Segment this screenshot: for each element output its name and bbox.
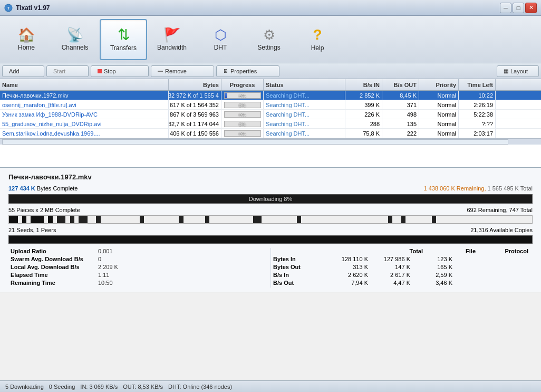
- col-header-status: Status: [264, 79, 345, 90]
- col-header-bsin: B/s IN: [345, 79, 382, 90]
- table-row[interactable]: Узник замка Иф_1988-DVDRip-AVC 1 867 K o…: [0, 110, 541, 119]
- stat-bs-out: B/s Out 7,94 K 4,47 K 3,46 K: [273, 280, 530, 286]
- properties-icon: 🗎: [223, 68, 228, 74]
- stat-remaining-value: 10:50: [98, 280, 113, 286]
- header-empty: [273, 248, 370, 254]
- col-header-progress: Progress: [221, 79, 264, 90]
- minimize-button[interactable]: ─: [500, 3, 511, 13]
- toolbar-channels-label: Channels: [62, 44, 89, 51]
- scroll-track[interactable]: [2, 139, 508, 145]
- table-row[interactable]: Печки-лавочки.1972.mkv 132 972 K of 1 56…: [0, 91, 541, 100]
- stat-local-avg-value: 2 209 K: [98, 264, 118, 270]
- col-header-bsout: B/s OUT: [382, 79, 419, 90]
- cell-bsout: 371: [382, 100, 419, 109]
- cell-status: Searching DHT...: [264, 91, 345, 100]
- progress-text: 0%: [225, 122, 260, 127]
- progress-bar: 0%: [224, 130, 261, 137]
- close-button[interactable]: ✕: [525, 3, 537, 13]
- svg-text:T: T: [7, 6, 10, 11]
- cell-bytes: 8 617 K of 1 564 352: [169, 100, 221, 109]
- col-header-timeleft: Time Left: [459, 79, 496, 90]
- cell-progress: 0%: [221, 100, 264, 109]
- bs-out-total: 7,94 K: [326, 280, 368, 286]
- stop-icon: [98, 69, 102, 73]
- properties-button[interactable]: 🗎 Properties: [216, 65, 279, 77]
- stat-bytes-in: Bytes In 128 110 K 127 986 K 123 K: [273, 256, 530, 262]
- status-seeding: 0 Seeding: [49, 384, 75, 390]
- toolbar-transfers-label: Transfers: [110, 44, 137, 52]
- swarm-bar: [8, 235, 533, 244]
- col-header-priority: Priority: [419, 79, 459, 90]
- stat-local-avg: Local Avg. Download B/s 2 209 K: [11, 264, 268, 270]
- cell-timeleft: 2:03:17: [459, 129, 496, 138]
- horizontal-scrollbar[interactable]: [0, 138, 541, 145]
- home-icon: 🏠: [18, 28, 35, 42]
- cell-bsout: 222: [382, 129, 419, 138]
- cell-bytes: 5 406 K of 1 150 556: [169, 129, 221, 138]
- app-icon: T: [4, 4, 13, 12]
- start-button[interactable]: Start: [46, 65, 89, 77]
- bandwidth-icon: 🚩: [163, 28, 180, 42]
- cell-progress: 0%: [221, 129, 264, 138]
- stat-elapsed-label: Elapsed Time: [11, 272, 95, 278]
- channels-icon: 📡: [66, 28, 83, 42]
- bs-in-file: 2 617 K: [368, 272, 410, 278]
- status-text: Searching DHT...: [266, 111, 310, 118]
- pieces-info-row: 55 Pieces x 2 MB Complete 692 Remaining,…: [8, 207, 533, 213]
- table-row[interactable]: Sem.starikov.i.odna.devushka.1969.... 5 …: [0, 129, 541, 138]
- title-bar-left: T Tixati v1.97: [4, 4, 50, 12]
- toolbar-help[interactable]: ? Help: [294, 19, 341, 60]
- bytes-row: 127 434 K Bytes Complete 1 438 060 K Rem…: [8, 185, 533, 192]
- status-out-rate: OUT: 8,53 KB/s: [123, 384, 163, 390]
- cell-priority: Normal: [419, 129, 459, 138]
- pieces-total: 747 Total: [509, 207, 533, 213]
- pieces-info-left: 55 Pieces x 2 MB Complete: [8, 207, 80, 213]
- cell-bytes: 132 972 K of 1 565 4: [169, 91, 221, 100]
- status-text: Searching DHT...: [266, 92, 310, 99]
- remove-button-label: Remove: [165, 68, 187, 74]
- stat-elapsed-value: 1:11: [98, 272, 109, 278]
- stop-button-label: Stop: [104, 68, 116, 74]
- toolbar-help-label: Help: [311, 44, 324, 52]
- add-button[interactable]: Add: [2, 65, 44, 77]
- cell-progress: 8%: [221, 91, 264, 100]
- stop-button[interactable]: Stop: [91, 65, 149, 77]
- remove-button[interactable]: Remove: [151, 65, 214, 77]
- layout-button[interactable]: ▦ Layout: [497, 65, 539, 77]
- cell-bytes: 1 867 K of 3 569 963: [169, 110, 221, 119]
- col-header-name: Name: [0, 79, 169, 90]
- table-row[interactable]: 55_gradusov_nizhe_nulja_DVDRip.avi 32,7 …: [0, 119, 541, 129]
- cell-bsin: 226 K: [345, 110, 382, 119]
- bytes-complete-value: 127 434 K: [8, 185, 37, 192]
- cell-progress: 0%: [221, 110, 264, 119]
- toolbar-home[interactable]: 🏠 Home: [3, 19, 50, 60]
- cell-timeleft: 10:22: [459, 91, 496, 100]
- cell-name: Печки-лавочки.1972.mkv: [0, 91, 169, 100]
- cell-bsin: 75,8 K: [345, 129, 382, 138]
- action-bar: Add Start Stop Remove 🗎 Properties ▦ Lay…: [0, 63, 541, 79]
- remove-icon: [158, 71, 163, 72]
- stat-remaining-label: Remaining Time: [11, 280, 95, 286]
- status-text: Searching DHT...: [266, 130, 310, 137]
- bytes-in-label: Bytes In: [273, 256, 326, 262]
- pieces-bar: [8, 215, 533, 224]
- seeds-row: 21 Seeds, 1 Peers 21,316 Available Copie…: [8, 227, 533, 233]
- toolbar-dht[interactable]: ⬡ DHT: [197, 19, 244, 60]
- maximize-button[interactable]: □: [513, 3, 524, 13]
- main-progress-bar: Downloading 8%: [8, 194, 533, 204]
- status-bar: 5 Downloading 0 Seeding IN: 3 069 KB/s O…: [0, 380, 541, 392]
- stat-swarm-avg-value: 0: [98, 256, 101, 262]
- table-header: Name Bytes Progress Status B/s IN B/s OU…: [0, 79, 541, 91]
- toolbar-transfers[interactable]: ⇅ Transfers: [100, 19, 147, 60]
- layout-button-label: Layout: [510, 68, 528, 74]
- toolbar-bandwidth[interactable]: 🚩 Bandwidth: [148, 19, 196, 60]
- stat-remaining: Remaining Time 10:50: [11, 280, 268, 286]
- table-row[interactable]: osennij_marafon_[tfile.ru].avi 8 617 K o…: [0, 100, 541, 110]
- progress-text: Downloading 8%: [9, 196, 532, 202]
- cell-name: osennij_marafon_[tfile.ru].avi: [0, 100, 169, 109]
- toolbar-settings[interactable]: ⚙ Settings: [245, 19, 293, 60]
- bytes-out-protocol: 165 K: [410, 264, 452, 270]
- toolbar-channels[interactable]: 📡 Channels: [51, 19, 99, 60]
- transfers-icon: ⇅: [118, 27, 130, 42]
- stat-bytes-out: Bytes Out 313 K 147 K 165 K: [273, 264, 530, 270]
